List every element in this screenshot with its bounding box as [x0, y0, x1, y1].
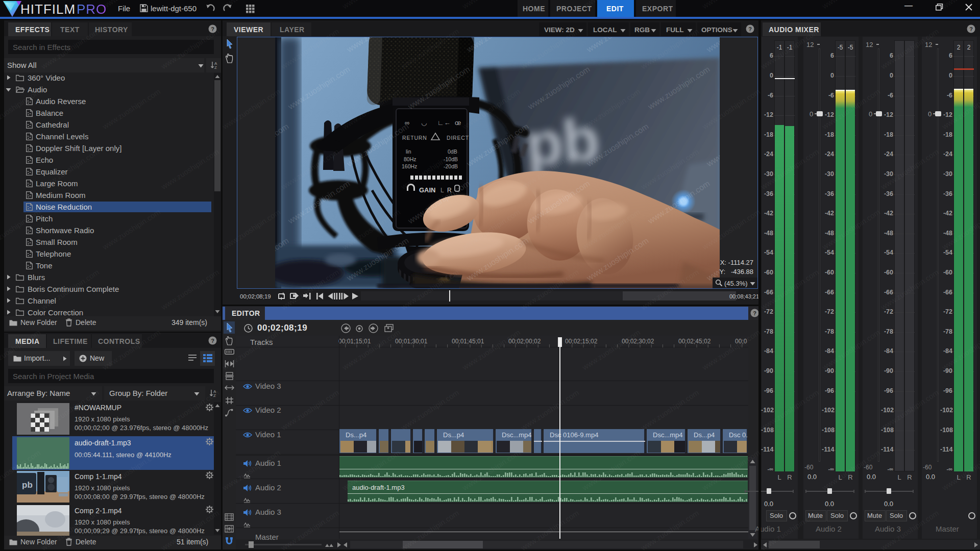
svg-text:?: ? — [748, 26, 752, 32]
svg-text:pb: pb — [22, 480, 33, 490]
svg-text:Z: Z — [213, 393, 216, 397]
svg-text:-10dB: -10dB — [444, 156, 458, 162]
svg-text:RETURN: RETURN — [402, 135, 427, 141]
svg-text:DIRECT: DIRECT — [447, 135, 469, 141]
svg-text:?: ? — [753, 310, 756, 316]
svg-text:lin: lin — [406, 148, 411, 155]
svg-text:∟←: ∟← — [437, 119, 451, 127]
svg-text:80Hz: 80Hz — [404, 156, 416, 162]
svg-text:GAIN: GAIN — [419, 186, 436, 194]
svg-text:0dB: 0dB — [448, 148, 457, 155]
svg-text:◡: ◡ — [421, 119, 427, 127]
svg-text:?: ? — [969, 26, 973, 32]
svg-text:160Hz: 160Hz — [402, 163, 417, 169]
svg-text:-20dB: -20dB — [444, 163, 458, 169]
svg-text:L: L — [440, 187, 444, 194]
svg-text:œ: œ — [455, 119, 461, 127]
svg-text:Z: Z — [214, 65, 217, 69]
svg-text:?: ? — [211, 26, 214, 32]
svg-text:?: ? — [211, 338, 214, 344]
